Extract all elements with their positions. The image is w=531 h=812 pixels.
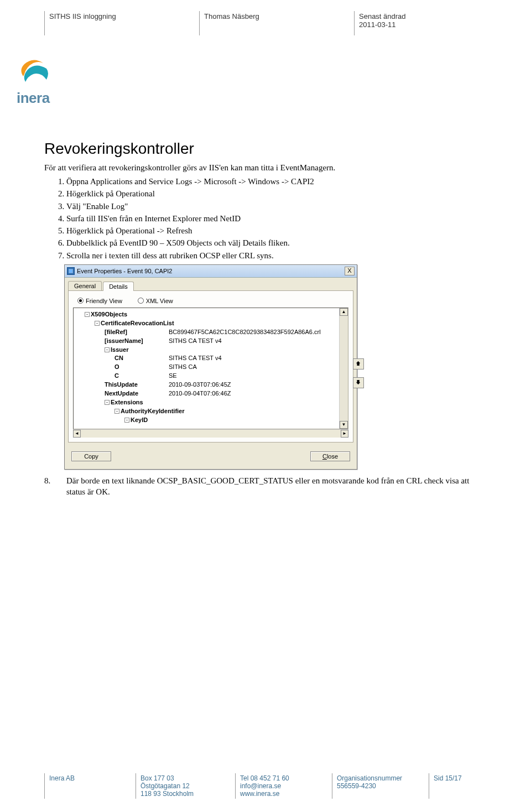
footer-address: Box 177 03Östgötagatan 12118 93 Stockhol… xyxy=(136,773,235,799)
step-1: Öppna Applications and Service Logs -> M… xyxy=(66,176,487,187)
step-7: Scrolla ner i texten till dess att rubri… xyxy=(66,250,487,261)
tree-key: O xyxy=(114,363,119,370)
tree-key: ThisUpdate xyxy=(105,381,138,388)
tree-key: [fileRef] xyxy=(105,329,127,335)
event-properties-dialog: Event Properties - Event 90, CAPI2 X Gen… xyxy=(64,264,357,470)
tree-key: CN xyxy=(114,355,123,361)
page-header: SITHS IIS inloggning Thomas Näsberg Sena… xyxy=(44,11,487,35)
logo-icon xyxy=(17,58,51,86)
scroll-down-icon[interactable]: ▼ xyxy=(340,421,348,429)
tree-value xyxy=(169,416,338,425)
scroll-up-icon[interactable]: ▲ xyxy=(340,308,348,316)
tree-key: X509Objects xyxy=(91,311,127,317)
tree-row[interactable]: -CertificateRevocationList xyxy=(75,319,338,328)
event-detail-tree[interactable]: -X509Objects-CertificateRevocationList[f… xyxy=(73,308,348,429)
collapse-icon[interactable]: - xyxy=(105,347,110,352)
tree-key: KeyID xyxy=(131,417,148,423)
scroll-left-icon[interactable]: ◄ xyxy=(73,430,81,438)
radio-xml-label: XML View xyxy=(146,298,173,304)
footer-contact: Tel 08 452 71 60info@inera.sewww.inera.s… xyxy=(235,773,332,799)
footer-page-number: Sid 15/17 xyxy=(429,773,487,799)
page-footer: Inera AB Box 177 03Östgötagatan 12118 93… xyxy=(44,773,487,799)
tree-row[interactable]: [fileRef]BC899467F5CA62C1C8C820293834823… xyxy=(75,328,338,337)
step-3: Välj "Enable Log" xyxy=(66,201,487,212)
radio-dot-icon xyxy=(138,298,144,304)
close-dialog-button[interactable]: Close xyxy=(310,451,350,461)
collapse-icon[interactable]: - xyxy=(124,418,129,423)
footer-orgnr: Organisationsnummer556559-4230 xyxy=(332,773,429,799)
step-2: Högerklick på Operational xyxy=(66,188,487,199)
tree-value: SE xyxy=(169,372,338,381)
header-doc-title: SITHS IIS inloggning xyxy=(44,11,199,35)
dialog-title: Event Properties - Event 90, CAPI2 xyxy=(77,268,172,274)
next-event-button[interactable]: 🡇 xyxy=(353,377,364,388)
tab-general[interactable]: General xyxy=(68,281,102,290)
scroll-right-icon[interactable]: ► xyxy=(341,430,348,438)
collapse-icon[interactable]: - xyxy=(85,312,90,317)
logo-text: inera xyxy=(17,90,487,107)
tree-value: 2010-09-03T07:06:45Z xyxy=(169,381,338,389)
step-4: Surfa till IIS'en från en Internet Explo… xyxy=(66,213,487,224)
tree-row[interactable]: OSITHS CA xyxy=(75,363,338,372)
app-icon xyxy=(67,267,75,275)
tree-value xyxy=(169,319,338,328)
footer-company: Inera AB xyxy=(44,773,136,799)
tree-value xyxy=(169,310,338,319)
tree-row[interactable]: -Extensions xyxy=(75,398,338,407)
tree-key: C xyxy=(114,372,119,379)
tree-value: SITHS CA xyxy=(169,363,338,372)
tab-body-details: Friendly View XML View -X509Objects-Cert… xyxy=(68,290,353,443)
tree-row[interactable]: -Issuer xyxy=(75,346,338,355)
step-6: Dubbelklick på EventID 90 – X509 Objects… xyxy=(66,237,487,248)
collapse-icon[interactable]: - xyxy=(105,400,110,405)
radio-friendly-label: Friendly View xyxy=(86,298,122,304)
svg-rect-1 xyxy=(69,269,72,273)
tree-key: CertificateRevocationList xyxy=(101,320,174,326)
tree-value: 2010-09-04T07:06:46Z xyxy=(169,389,338,398)
dialog-tabs: General Details xyxy=(65,278,357,290)
dialog-titlebar: Event Properties - Event 90, CAPI2 X xyxy=(65,265,357,278)
header-author: Thomas Näsberg xyxy=(199,11,354,35)
tree-value: SITHS CA TEST v4 xyxy=(169,337,338,346)
tree-row[interactable]: -AuthorityKeyIdentifier xyxy=(75,407,338,416)
tree-row[interactable]: [issuerName]SITHS CA TEST v4 xyxy=(75,337,338,346)
prev-event-button[interactable]: 🡅 xyxy=(353,358,364,369)
tree-value: SITHS CA TEST v4 xyxy=(169,354,338,363)
tree-key: NextUpdate xyxy=(105,390,138,397)
tree-key: Extensions xyxy=(111,399,143,405)
tree-row[interactable]: ThisUpdate2010-09-03T07:06:45Z xyxy=(75,381,338,389)
collapse-icon[interactable]: - xyxy=(95,321,100,326)
header-modified-label: Senast ändrad xyxy=(359,12,482,20)
tree-value xyxy=(169,398,338,407)
tree-row[interactable]: CNSITHS CA TEST v4 xyxy=(75,354,338,363)
tree-row[interactable]: -KeyID xyxy=(75,416,338,425)
tree-value xyxy=(169,407,338,416)
step-8: 8.Där borde en text liknande OCSP_BASIC_… xyxy=(44,475,487,498)
tree-row[interactable]: CSE xyxy=(75,372,338,381)
tree-row[interactable]: -X509Objects xyxy=(75,310,338,319)
collapse-icon[interactable]: - xyxy=(114,409,119,414)
tree-value xyxy=(169,346,338,355)
tree-row[interactable]: NextUpdate2010-09-04T07:06:46Z xyxy=(75,389,338,398)
copy-button[interactable]: Copy xyxy=(71,451,111,461)
page-title: Revokeringskontroller xyxy=(44,140,487,158)
header-modified-date: 2011-03-11 xyxy=(359,20,482,29)
header-modified: Senast ändrad 2011-03-11 xyxy=(354,11,487,35)
intro-text: För att verifiera att revokeringskontrol… xyxy=(44,163,487,173)
radio-xml-view[interactable]: XML View xyxy=(138,298,173,304)
logo: inera xyxy=(17,58,487,107)
tree-value: BC899467F5CA62C1C8C820293834823F592A86A6… xyxy=(169,328,338,337)
horizontal-scrollbar[interactable]: ◄ ► xyxy=(73,429,348,438)
vertical-scrollbar[interactable]: ▲ ▼ xyxy=(339,308,348,429)
steps-list: Öppna Applications and Service Logs -> M… xyxy=(44,176,487,261)
tree-key: [issuerName] xyxy=(105,337,143,344)
radio-dot-selected-icon xyxy=(77,298,84,304)
step-5: Högerklick på Operational -> Refresh xyxy=(66,225,487,236)
radio-friendly-view[interactable]: Friendly View xyxy=(77,298,122,304)
close-button[interactable]: X xyxy=(345,267,355,275)
tab-details[interactable]: Details xyxy=(103,282,134,291)
tree-key: Issuer xyxy=(111,346,128,353)
